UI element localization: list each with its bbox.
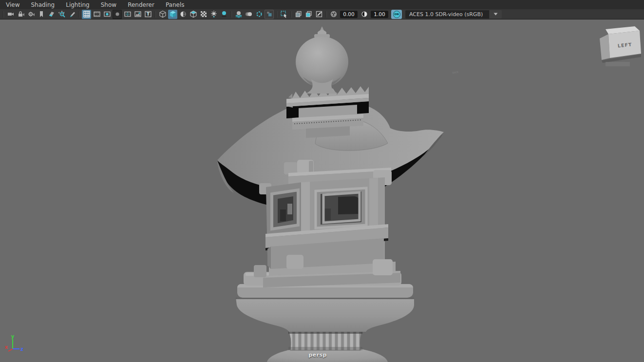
film-gate-icon[interactable] (92, 10, 101, 19)
lights-icon[interactable] (209, 10, 218, 19)
toolbar-separator[interactable] (275, 11, 278, 18)
gate-mask-icon[interactable] (113, 10, 122, 19)
toolbar-separator[interactable] (78, 11, 80, 18)
toolbar-separator[interactable] (290, 11, 292, 18)
panel-icon-bar: T (0, 9, 644, 19)
default-material-icon[interactable] (199, 10, 208, 19)
z-axis-label: z (20, 346, 23, 352)
shadows-icon[interactable] (219, 10, 228, 19)
view-transform-dropdown[interactable]: ACES 1.0 SDR-video (sRGB) (405, 10, 502, 19)
snapshot-icon[interactable] (314, 10, 323, 19)
camera-lock-icon[interactable] (16, 10, 25, 19)
toolbar-separator[interactable] (325, 11, 327, 18)
overlapping-squares-icon[interactable] (294, 10, 303, 19)
camera-name-label[interactable]: persp (306, 352, 329, 358)
wireframe-on-shaded-icon[interactable] (189, 10, 198, 19)
camera-image-icon[interactable] (133, 10, 142, 19)
menu-renderer[interactable]: Renderer (126, 1, 156, 9)
textured-icon[interactable] (178, 10, 188, 19)
gamma-field[interactable] (371, 11, 388, 18)
select-tool-icon[interactable] (279, 10, 288, 19)
ambient-occlusion-icon[interactable] (234, 10, 243, 19)
panel-toolbar-area: View Shading Lighting Show Renderer Pane… (0, 0, 644, 19)
contrast-icon[interactable] (360, 10, 369, 19)
view-transform-value[interactable]: ACES 1.0 SDR-video (sRGB) (405, 10, 489, 19)
exposure-field[interactable] (340, 11, 358, 18)
chevron-down-icon (493, 13, 498, 16)
overlapping-squares-filled-icon[interactable] (304, 10, 313, 19)
dropdown-arrow-button[interactable] (490, 10, 502, 19)
bookmark-icon[interactable] (37, 10, 46, 19)
grease-pencil-icon[interactable] (67, 10, 76, 19)
color-management-toggle[interactable]: ON (391, 10, 402, 19)
resolution-gate-icon[interactable] (102, 10, 112, 19)
y-axis-label: y (11, 334, 15, 339)
menu-panels[interactable]: Panels (164, 1, 187, 9)
motion-blur-icon[interactable] (244, 10, 253, 19)
wireframe-icon[interactable] (158, 10, 167, 19)
isolate-select-icon[interactable] (265, 10, 274, 19)
lantern-fluted-column[interactable] (288, 331, 362, 350)
toolbar-separator[interactable] (154, 11, 156, 18)
field-chart-icon[interactable] (123, 10, 132, 19)
anti-aliasing-icon[interactable] (254, 10, 264, 19)
hud-text-icon[interactable]: T (143, 10, 152, 19)
menu-shading[interactable]: Shading (29, 1, 57, 9)
toolbar-separator[interactable] (230, 11, 232, 18)
svg-text:T: T (146, 12, 150, 17)
pan-zoom-icon[interactable] (57, 10, 66, 19)
x-axis-label: x (5, 344, 8, 350)
grid-icon[interactable] (82, 10, 91, 19)
maya-viewport-panel: LEFT BACK y z x persp View Shading Light… (0, 0, 644, 362)
panel-menu-bar: View Shading Lighting Show Renderer Pane… (0, 0, 644, 9)
color-management-on-badge: ON (393, 11, 400, 18)
camera-settings-icon[interactable] (26, 10, 36, 19)
menu-lighting[interactable]: Lighting (64, 1, 92, 9)
exposure-icon[interactable] (329, 10, 338, 19)
image-plane-icon[interactable] (47, 10, 56, 19)
menu-view[interactable]: View (4, 1, 21, 9)
toolbar-separator[interactable] (2, 11, 4, 18)
menu-show[interactable]: Show (99, 1, 118, 9)
viewport-3d[interactable]: LEFT BACK y z x (0, 0, 644, 362)
camera-icon[interactable] (6, 10, 15, 19)
smooth-shaded-icon[interactable] (168, 10, 177, 19)
